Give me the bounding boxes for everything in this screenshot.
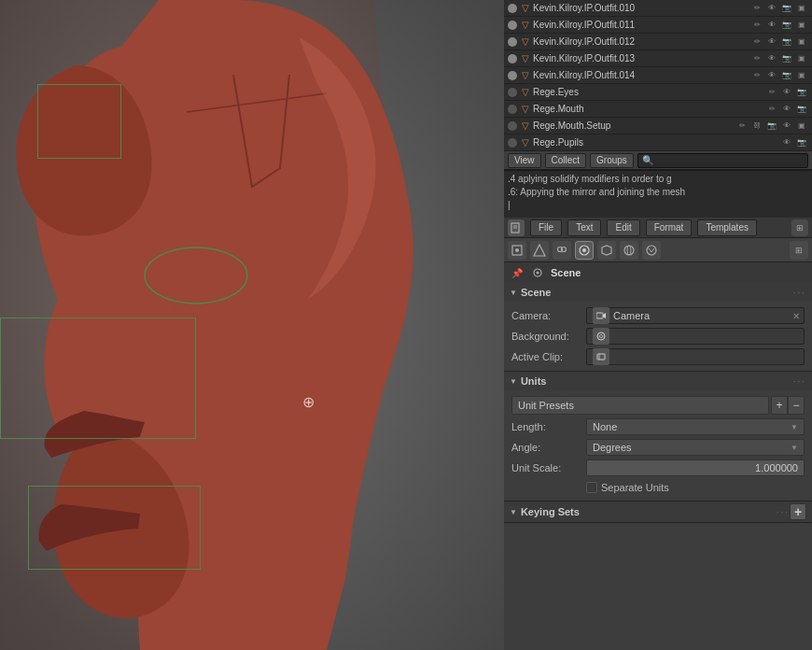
visibility-dot[interactable]	[508, 4, 517, 13]
pencil-icon[interactable]: ✏	[750, 35, 763, 49]
pencil-icon[interactable]: ✏	[750, 52, 763, 65]
eye-icon[interactable]: 👁	[765, 19, 778, 32]
background-field[interactable]	[586, 328, 805, 345]
visibility-dot[interactable]	[508, 88, 517, 97]
unit-presets-add-btn[interactable]: +	[771, 396, 788, 415]
eye-icon[interactable]: 👁	[780, 136, 793, 149]
units-section-body: Unit Presets + − Length: None ▼	[504, 390, 812, 501]
pencil-icon[interactable]: ✏	[750, 19, 763, 32]
section-dots: ···	[793, 288, 806, 298]
pencil-icon[interactable]: ✏	[735, 120, 749, 133]
camera-icon[interactable]: 📷	[795, 86, 808, 99]
units-section-header[interactable]: ▼ Units ···	[504, 372, 812, 390]
outliner-row-3[interactable]: ▽ Kevin.Kilroy.IP.Outfit.013 ✏ 👁 📷 ▣	[504, 50, 812, 67]
length-field[interactable]: None ▼	[586, 418, 805, 435]
info-line-1: .4 aplying solidify modifiers in order t…	[508, 173, 808, 186]
camera-icon[interactable]: 📷	[780, 19, 793, 32]
box-icon[interactable]: ▣	[795, 52, 808, 65]
prop-icon-1[interactable]	[530, 241, 549, 260]
section-dots: ···	[793, 376, 806, 387]
prop-icon-5[interactable]	[620, 241, 638, 260]
box-icon[interactable]: ▣	[795, 120, 808, 133]
object-name: Kevin.Kilroy.IP.Outfit.014	[533, 70, 747, 80]
keying-sets-add-button[interactable]: +	[790, 503, 806, 520]
unit-presets-field[interactable]: Unit Presets	[511, 396, 769, 415]
background-row: Background:	[504, 326, 812, 346]
groups-menu[interactable]: Groups	[590, 153, 634, 168]
scene-section-header[interactable]: ▼ Scene ···	[504, 283, 812, 302]
templates-menu[interactable]: Templates	[697, 219, 757, 236]
visibility-dot[interactable]	[508, 138, 517, 148]
camera-close-icon[interactable]: ✕	[792, 311, 800, 321]
svg-marker-7	[534, 245, 545, 256]
outliner-row-2[interactable]: ▽ Kevin.Kilroy.IP.Outfit.012 ✏ 👁 📷 ▣	[504, 34, 812, 50]
pin-icon[interactable]: 📌	[510, 265, 525, 280]
viewport-3d[interactable]: ⊕	[0, 0, 504, 650]
pencil-icon[interactable]: ✏	[750, 2, 763, 15]
camera-icon[interactable]: 📷	[780, 52, 793, 65]
eye-icon[interactable]: 👁	[780, 103, 793, 116]
search-icon: 🔍	[642, 155, 653, 165]
file-menu[interactable]: File	[530, 219, 562, 236]
eye-icon[interactable]: 👁	[765, 69, 778, 82]
camera-icon[interactable]: 📷	[780, 2, 793, 15]
pencil-icon[interactable]: ✏	[750, 69, 763, 82]
box-icon[interactable]: ▣	[795, 19, 808, 32]
visibility-dot[interactable]	[508, 105, 517, 114]
outliner-row-5[interactable]: ▽ Rege.Eyes ✏ 👁 📷	[504, 84, 812, 101]
prop-icon-6[interactable]	[642, 241, 661, 260]
separate-units-checkbox[interactable]	[586, 482, 597, 493]
collect-menu[interactable]: Collect	[545, 153, 587, 168]
box-icon[interactable]: ▣	[795, 2, 808, 15]
camera-label: Camera:	[511, 310, 586, 321]
prop-icon-4[interactable]	[597, 241, 616, 260]
eye-icon[interactable]: 👁	[765, 35, 778, 49]
chain-icon[interactable]: ⛓	[750, 120, 763, 133]
pencil-icon[interactable]: ✏	[765, 103, 778, 116]
background-field-icon	[593, 328, 609, 345]
svg-point-19	[597, 332, 605, 340]
camera-field[interactable]: Camera ✕	[586, 307, 805, 324]
camera-icon[interactable]: 📷	[780, 35, 793, 49]
active-clip-field[interactable]	[586, 348, 805, 365]
outliner-row-4[interactable]: ▽ Kevin.Kilroy.IP.Outfit.014 ✏ 👁 📷 ▣	[504, 67, 812, 84]
angle-field[interactable]: Degrees ▼	[586, 439, 805, 456]
prop-icon-0[interactable]	[508, 241, 526, 260]
mesh-icon: ▽	[520, 87, 531, 98]
active-clip-field-icon	[593, 348, 609, 365]
camera-icon[interactable]: 📷	[765, 120, 778, 133]
outliner-search[interactable]: 🔍	[637, 153, 808, 168]
box-icon[interactable]: ▣	[795, 35, 808, 49]
edit-menu[interactable]: Edit	[607, 219, 639, 236]
active-clip-label: Active Clip:	[511, 351, 586, 362]
eye-icon[interactable]: 👁	[765, 2, 778, 15]
format-menu[interactable]: Format	[646, 219, 693, 236]
eye-icon[interactable]: 👁	[780, 120, 793, 133]
keying-sets-header[interactable]: ▼ Keying Sets ··· +	[504, 502, 812, 522]
box-icon[interactable]: ▣	[795, 69, 808, 82]
eye-icon[interactable]: 👁	[780, 86, 793, 99]
corner-2-icon[interactable]: ⊞	[790, 241, 808, 260]
props-corner-btn[interactable]: ⊞	[791, 219, 808, 236]
eye-icon[interactable]: 👁	[765, 52, 778, 65]
view-menu[interactable]: View	[508, 153, 541, 168]
outliner-row-1[interactable]: ▽ Kevin.Kilroy.IP.Outfit.011 ✏ 👁 📷 ▣	[504, 17, 812, 34]
unit-presets-remove-btn[interactable]: −	[788, 396, 805, 415]
visibility-dot[interactable]	[508, 54, 517, 64]
pencil-icon[interactable]: ✏	[765, 86, 778, 99]
outliner-row-8[interactable]: ▽ Rege.Pupils 👁 📷	[504, 134, 812, 151]
visibility-dot[interactable]	[508, 37, 517, 47]
outliner-row-0[interactable]: ▽ Kevin.Kilroy.IP.Outfit.010 ✏ 👁 📷 ▣	[504, 0, 812, 17]
text-menu[interactable]: Text	[567, 219, 601, 236]
visibility-dot[interactable]	[508, 21, 517, 30]
visibility-dot[interactable]	[508, 121, 517, 131]
prop-icon-scene[interactable]	[575, 241, 594, 260]
visibility-dot[interactable]	[508, 71, 517, 80]
outliner-row-6[interactable]: ▽ Rege.Mouth ✏ 👁 📷	[504, 101, 812, 118]
unit-scale-field[interactable]: 1.000000	[586, 459, 805, 476]
outliner-row-7[interactable]: ▽ Rege.Mouth.Setup ✏ ⛓ 📷 👁 ▣	[504, 118, 812, 134]
prop-icon-2[interactable]	[553, 241, 571, 260]
camera-icon[interactable]: 📷	[795, 103, 808, 116]
camera-icon[interactable]: 📷	[795, 136, 808, 149]
camera-icon[interactable]: 📷	[780, 69, 793, 82]
